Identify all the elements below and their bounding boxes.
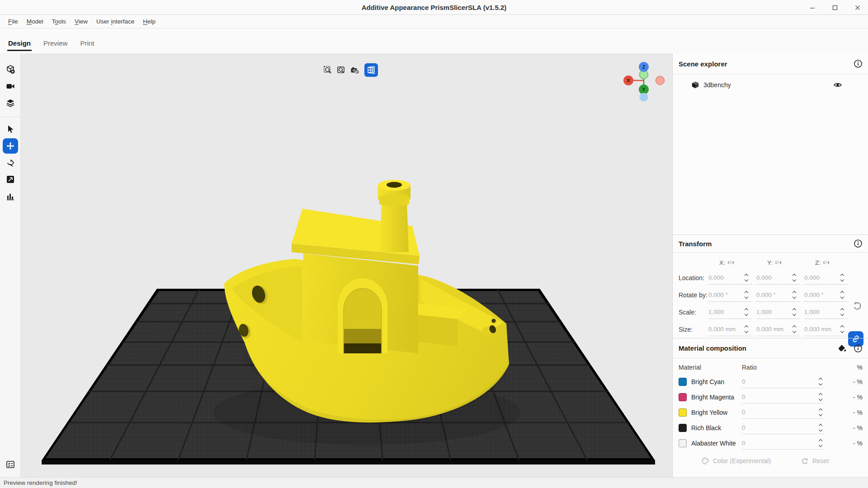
statistics-button[interactable] (3, 188, 18, 204)
stepper-down[interactable] (840, 313, 844, 316)
stepper-down[interactable] (745, 313, 749, 316)
stepper-up[interactable] (793, 291, 797, 294)
color-swatch-rich-black[interactable] (679, 424, 687, 432)
layers-button[interactable] (3, 95, 18, 111)
menu-view[interactable]: View (75, 18, 88, 25)
stepper-up[interactable] (793, 273, 797, 277)
stepper-down[interactable] (840, 279, 844, 282)
stepper-up[interactable] (745, 325, 749, 328)
location-y-field[interactable] (756, 274, 791, 281)
menu-file[interactable]: File (8, 18, 18, 25)
stepper-up[interactable] (819, 393, 823, 396)
ratio-bright-cyan-field[interactable] (742, 378, 813, 385)
ratio-alabaster-white-field[interactable] (742, 440, 813, 446)
perspective-view-button[interactable] (364, 63, 378, 77)
size-z-field[interactable] (804, 326, 839, 333)
stepper-up[interactable] (840, 291, 844, 294)
menu-user-interface[interactable]: User interface (96, 18, 134, 25)
color-swatch-bright-magenta[interactable] (679, 393, 687, 401)
color-swatch-bright-yellow[interactable] (679, 408, 687, 417)
stepper-down[interactable] (793, 279, 797, 282)
material-info-button[interactable] (853, 343, 863, 353)
color-swatch-bright-cyan[interactable] (679, 378, 687, 386)
stepper-up[interactable] (793, 308, 797, 311)
stepper-down[interactable] (793, 313, 797, 316)
size-x-field[interactable] (708, 326, 743, 333)
rotate-x-field[interactable] (708, 291, 743, 298)
stepper-up[interactable] (793, 325, 797, 328)
menu-model[interactable]: Model (27, 18, 43, 25)
camera-view-button[interactable] (3, 79, 18, 94)
stepper-up[interactable] (819, 439, 823, 442)
rotate-z-field[interactable] (804, 291, 839, 298)
scale-tool-button[interactable] (3, 172, 18, 187)
scene-item-3dbenchy[interactable]: 3dbenchy (673, 77, 868, 93)
stepper-up[interactable] (819, 408, 823, 411)
ratio-rich-black-field[interactable] (742, 424, 813, 431)
stepper-down[interactable] (745, 296, 749, 299)
scene-explorer-info-button[interactable] (853, 59, 863, 69)
stepper-down[interactable] (745, 330, 749, 333)
move-tool-button[interactable] (3, 138, 18, 154)
stepper-down[interactable] (840, 330, 844, 333)
scale-y-field[interactable] (756, 309, 791, 315)
stepper-up[interactable] (840, 325, 844, 328)
stepper-down[interactable] (793, 296, 797, 299)
rotate-tool-button[interactable] (3, 155, 18, 170)
zoom-fit-button[interactable] (335, 63, 348, 77)
stepper-up[interactable] (840, 308, 844, 311)
stepper-up[interactable] (840, 273, 844, 277)
mirror-x-icon[interactable] (727, 260, 735, 265)
stepper-up[interactable] (819, 377, 823, 380)
size-y-field[interactable] (756, 326, 791, 333)
stepper-up[interactable] (745, 273, 749, 277)
tab-print[interactable]: Print (80, 39, 94, 53)
stepper-down[interactable] (745, 279, 749, 282)
transform-info-button[interactable] (853, 239, 863, 249)
stepper-down[interactable] (819, 444, 823, 447)
reset-camera-button[interactable] (348, 63, 361, 77)
stepper-up[interactable] (745, 308, 749, 311)
reset-materials-button[interactable]: Reset (801, 457, 829, 465)
mirror-y-icon[interactable] (775, 260, 782, 265)
maximize-button[interactable] (829, 2, 841, 14)
color-experimental-button[interactable]: Color (Experimental) (701, 457, 771, 465)
stepper-up[interactable] (819, 423, 823, 427)
location-x-field[interactable] (708, 274, 743, 281)
select-tool-button[interactable] (3, 122, 18, 137)
stepper-up[interactable] (745, 291, 749, 294)
location-z-field[interactable] (804, 274, 839, 281)
stepper-down[interactable] (840, 296, 844, 299)
task-list-button[interactable] (3, 457, 18, 472)
ratio-bright-yellow-field[interactable] (742, 409, 813, 416)
visibility-toggle[interactable] (833, 80, 843, 90)
color-swatch-alabaster-white[interactable] (679, 439, 687, 447)
tab-design[interactable]: Design (8, 39, 31, 53)
info-icon (854, 344, 863, 353)
mirror-z-icon[interactable] (823, 260, 830, 265)
gizmo-axis-neg-z[interactable] (640, 93, 648, 102)
stepper-down[interactable] (819, 429, 823, 432)
tab-preview[interactable]: Preview (43, 39, 67, 53)
model-box-icon (691, 81, 699, 89)
close-button[interactable] (852, 2, 863, 14)
menu-help[interactable]: Help (143, 18, 156, 25)
ratio-bright-magenta-field[interactable] (742, 394, 813, 400)
orientation-gizmo[interactable]: Z X Y (623, 62, 665, 102)
rotate-y-field[interactable] (756, 291, 791, 298)
gizmo-axis-neg-x[interactable] (656, 76, 665, 85)
stepper-down[interactable] (819, 413, 823, 417)
add-model-button[interactable] (3, 62, 18, 77)
stepper-down[interactable] (819, 398, 823, 401)
paint-fill-button[interactable] (837, 343, 847, 353)
menu-tools[interactable]: Tools (52, 18, 66, 25)
stepper-down[interactable] (819, 383, 823, 386)
scale-z-field[interactable] (804, 309, 839, 315)
minimize-button[interactable] (807, 2, 818, 14)
zoom-region-button[interactable] (321, 63, 334, 77)
viewport-canvas[interactable]: Z X Y (21, 53, 672, 477)
scale-x-field[interactable] (708, 309, 743, 315)
title-bar: Additive Appearance PrismSlicerSLA (v1.5… (0, 0, 868, 15)
reset-rotation-button[interactable] (852, 300, 863, 311)
stepper-down[interactable] (793, 330, 797, 333)
